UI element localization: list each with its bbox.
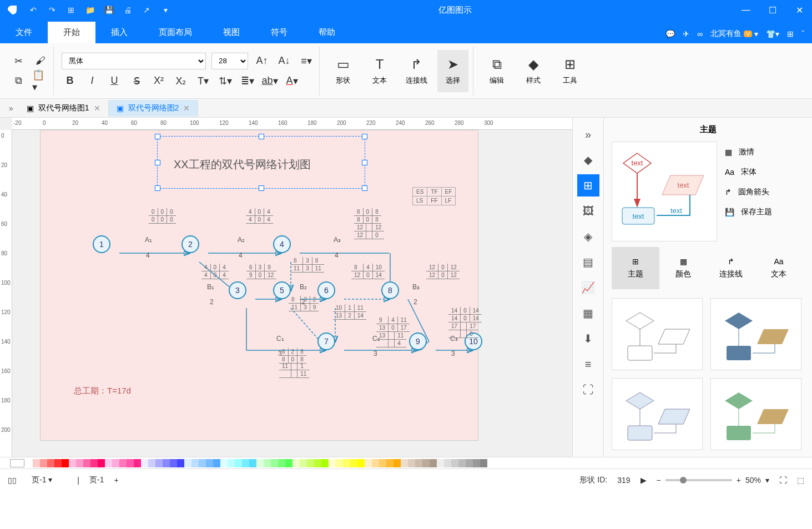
color-swatch[interactable] xyxy=(54,459,62,467)
node-7[interactable]: 7 xyxy=(317,332,335,350)
color-swatch[interactable] xyxy=(249,459,256,467)
theme-opt-arrow[interactable]: ↱圆角箭头 xyxy=(725,187,804,197)
color-swatch[interactable] xyxy=(292,459,300,467)
tab-file[interactable]: 文件 xyxy=(0,22,48,43)
color-swatch[interactable] xyxy=(33,459,40,467)
color-swatch[interactable] xyxy=(69,459,76,467)
color-swatch[interactable] xyxy=(26,459,33,467)
fullscreen-button[interactable]: ⬚ xyxy=(797,476,804,485)
color-swatch[interactable] xyxy=(458,459,466,467)
color-swatch[interactable] xyxy=(213,459,220,467)
color-swatch[interactable] xyxy=(422,459,430,467)
color-swatch[interactable] xyxy=(220,459,228,467)
increase-font-button[interactable]: A↑ xyxy=(254,53,270,69)
image-panel-button[interactable]: 🖼 xyxy=(577,200,599,222)
chat-icon[interactable]: 💬 xyxy=(665,29,675,38)
color-swatch[interactable] xyxy=(408,459,415,467)
font-size-select[interactable]: 28 xyxy=(211,53,248,69)
zoom-out-button[interactable]: − xyxy=(657,476,661,485)
color-swatch[interactable] xyxy=(285,459,292,467)
expand-docs-button[interactable]: » xyxy=(3,104,19,113)
theme-thumb[interactable] xyxy=(612,378,703,450)
color-swatch[interactable] xyxy=(155,459,163,467)
color-swatch[interactable] xyxy=(141,459,148,467)
underline-button[interactable]: U xyxy=(106,73,123,89)
edit-tool-button[interactable]: ⧉编辑 xyxy=(481,50,512,92)
save-button[interactable]: 💾 xyxy=(102,3,115,17)
color-swatch[interactable] xyxy=(372,459,379,467)
color-swatch[interactable] xyxy=(336,459,343,467)
doc-tab-2[interactable]: ▣ 双代号网络图2 ✕ xyxy=(109,100,199,117)
color-swatch[interactable] xyxy=(105,459,112,467)
color-swatch[interactable] xyxy=(242,459,249,467)
export-panel-button[interactable]: ⬇ xyxy=(577,328,599,350)
add-page-button[interactable]: + xyxy=(114,476,118,485)
panel-tab-color[interactable]: ▦颜色 xyxy=(659,247,707,289)
connector-tool-button[interactable]: ↱连接线 xyxy=(401,50,432,92)
color-swatch[interactable] xyxy=(444,459,451,467)
color-swatch[interactable] xyxy=(134,459,141,467)
tool-button[interactable]: ⊞工具 xyxy=(554,50,586,92)
color-swatch[interactable] xyxy=(199,459,206,467)
theme-thumb[interactable] xyxy=(710,298,801,370)
color-swatch[interactable] xyxy=(191,459,199,467)
text-tool-button[interactable]: T文本 xyxy=(364,50,395,92)
color-swatch[interactable] xyxy=(264,459,271,467)
collapse-ribbon-button[interactable]: ˇ xyxy=(801,29,804,38)
color-swatch[interactable] xyxy=(206,459,213,467)
share-icon[interactable]: ∞ xyxy=(697,29,703,38)
color-swatch[interactable] xyxy=(163,459,170,467)
close-tab-button[interactable]: ✕ xyxy=(183,104,190,113)
tab-help[interactable]: 帮助 xyxy=(303,22,351,43)
open-button[interactable]: 📁 xyxy=(83,3,97,17)
paste-button[interactable]: 📋▾ xyxy=(32,73,49,89)
color-swatch[interactable] xyxy=(112,459,119,467)
color-swatch[interactable] xyxy=(437,459,444,467)
color-swatch[interactable] xyxy=(321,459,329,467)
color-swatch[interactable] xyxy=(394,459,401,467)
canvas[interactable]: XX工程的双代号网络计划图 ESTFEF LSFFLF xyxy=(40,130,478,441)
align-button[interactable]: ≡▾ xyxy=(298,53,315,69)
cut-button[interactable]: ✂ xyxy=(10,53,27,69)
table-panel-button[interactable]: ▦ xyxy=(577,302,599,324)
fit-panel-button[interactable]: ⛶ xyxy=(577,379,599,401)
select-tool-button[interactable]: ➤选择 xyxy=(437,50,468,92)
bold-button[interactable]: B xyxy=(62,73,78,89)
text-underline-button[interactable]: ab▾ xyxy=(261,73,278,89)
color-swatch[interactable] xyxy=(40,459,47,467)
minimize-button[interactable]: — xyxy=(738,5,754,16)
color-swatch[interactable] xyxy=(228,459,235,467)
new-button[interactable]: ⊞ xyxy=(64,3,78,17)
color-swatch[interactable] xyxy=(235,459,242,467)
superscript-button[interactable]: X² xyxy=(150,73,167,89)
color-swatch[interactable] xyxy=(170,459,177,467)
color-swatch[interactable] xyxy=(357,459,365,467)
panel-tab-theme[interactable]: ⊞主题 xyxy=(612,247,659,289)
color-swatch[interactable] xyxy=(62,459,69,467)
shape-tool-button[interactable]: ▭形状 xyxy=(327,50,359,92)
apps-icon[interactable]: ⊞ xyxy=(787,29,794,38)
theme-thumb[interactable] xyxy=(710,378,801,450)
font-name-select[interactable]: 黑体 xyxy=(62,53,206,69)
export-button[interactable]: ↗ xyxy=(140,3,153,17)
zoom-slider[interactable] xyxy=(665,479,732,481)
color-swatch[interactable] xyxy=(278,459,285,467)
node-8[interactable]: 8 xyxy=(381,281,399,299)
node-2[interactable]: 2 xyxy=(181,235,199,253)
theme-opt-font[interactable]: Aa宋体 xyxy=(725,167,804,177)
zoom-value[interactable]: 50% xyxy=(745,476,761,485)
theme-opt-save[interactable]: 💾保存主题 xyxy=(725,207,804,217)
diagram-title[interactable]: XX工程的双代号网络计划图 xyxy=(174,157,311,172)
node-4[interactable]: 4 xyxy=(273,235,291,253)
color-swatch[interactable] xyxy=(119,459,127,467)
strike-button[interactable]: S̶ xyxy=(128,73,145,89)
color-swatch[interactable] xyxy=(430,459,437,467)
outline-panel-button[interactable]: ▤ xyxy=(577,251,599,273)
color-swatch[interactable] xyxy=(350,459,357,467)
color-swatch[interactable] xyxy=(177,459,184,467)
close-button[interactable]: ✕ xyxy=(791,5,808,16)
doc-tab-1[interactable]: ▣ 双代号网络图1 ✕ xyxy=(19,100,109,117)
decrease-font-button[interactable]: A↓ xyxy=(276,53,292,69)
color-swatch[interactable] xyxy=(466,459,473,467)
color-swatch[interactable] xyxy=(307,459,314,467)
